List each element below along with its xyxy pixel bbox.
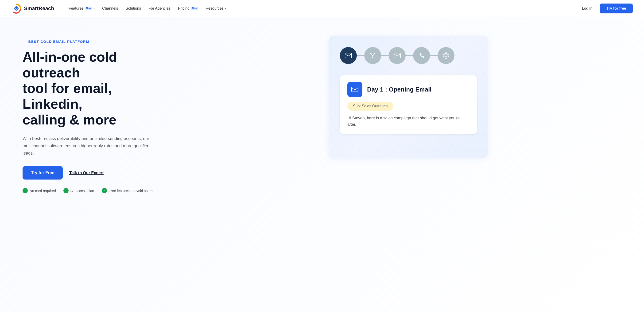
nav-solutions[interactable]: Solutions [122,5,144,13]
channel-hub [364,47,381,64]
nav-pricing[interactable]: Pricing New [175,5,201,13]
trust-item-0: ✓ No card required [22,188,56,193]
hero-description: With best-in-class deliverability and un… [22,135,159,157]
features-badge: New [85,7,92,10]
subtitle-dash-right: — [91,40,95,44]
hero-try-free-button[interactable]: Try for Free [22,166,63,180]
subtitle-text: BEST COLD EMAIL PLATFORM [28,40,90,44]
channel-phone [413,47,430,64]
trust-item-1: ✓ All-access plan [64,188,94,193]
connector-4 [430,55,438,56]
hub-icon [369,52,376,59]
channel-email-inactive [389,47,406,64]
demo-card: Day 1 : Opening Email Sub: Sales Outreac… [328,36,488,158]
connector-1 [357,55,364,56]
channel-email-active [340,47,357,64]
channel-icons [340,47,477,64]
email-body: Hi Steven, here is a sales campaign that… [347,115,470,127]
hero-section: — BEST COLD EMAIL PLATFORM — All-in-one … [0,17,644,312]
svg-point-13 [446,54,446,55]
email-day-title: Day 1 : Opening Email [367,86,432,93]
nav-links: Features New ▾ Channels Solutions For Ag… [65,5,578,13]
connector-2 [381,55,389,56]
email-card-header: Day 1 : Opening Email [347,82,470,97]
features-chevron-icon: ▾ [94,7,95,10]
trust-label-0: No card required [30,189,56,193]
resources-chevron-icon: ▾ [225,7,226,10]
svg-point-2 [14,6,18,11]
hero-title-line2: tool for email, Linkedin, [22,80,112,111]
connector-3 [406,55,413,56]
subtitle-dash-left: — [22,40,26,44]
hero-trust: ✓ No card required ✓ All-access plan ✓ F… [22,188,173,193]
email-active-icon [344,52,352,59]
logo-icon [11,3,22,14]
pricing-badge: New [191,7,198,10]
trust-label-1: All-access plan [70,189,94,193]
logo-text: SmartReach [24,6,54,12]
trust-item-2: ✓ Free features to avoid spam [102,188,153,193]
svg-rect-3 [345,53,352,58]
nav-agencies[interactable]: For Agencies [146,5,174,13]
trust-label-2: Free features to avoid spam [109,189,153,193]
logo[interactable]: SmartReach [11,3,54,14]
email-preview-icon [351,86,359,93]
nav-features[interactable]: Features New ▾ [65,5,98,13]
whatsapp-icon [442,52,450,59]
trust-check-icon-1: ✓ [64,188,68,193]
nav-resources[interactable]: Resources ▾ [202,5,229,13]
trust-check-icon-0: ✓ [22,188,28,193]
hero-left: — BEST COLD EMAIL PLATFORM — All-in-one … [22,32,173,193]
svg-line-9 [373,54,374,56]
email-icon-box [347,82,362,97]
nav-actions: Log In Try for free [578,4,633,14]
hero-subtitle: — BEST COLD EMAIL PLATFORM — [22,40,173,44]
svg-rect-14 [352,87,358,92]
svg-rect-11 [394,53,400,58]
nav-channels[interactable]: Channels [99,5,122,13]
try-free-button[interactable]: Try for free [600,4,633,14]
email-inactive-icon [394,52,401,59]
login-button[interactable]: Log In [578,5,596,13]
hero-title-line1: All-in-one cold outreach [22,49,117,80]
email-preview-card: Day 1 : Opening Email Sub: Sales Outreac… [340,75,477,134]
email-subject: Sub: Sales Outreach [347,102,394,111]
svg-line-8 [371,54,373,56]
phone-icon [418,52,425,59]
navbar: SmartReach Features New ▾ Channels Solut… [0,0,644,17]
hero-title-line3: calling & more [22,112,116,127]
trust-check-icon-2: ✓ [102,188,107,193]
hero-buttons: Try for Free Talk to Our Expert [22,166,173,180]
hero-talk-expert-button[interactable]: Talk to Our Expert [69,171,104,175]
hero-title: All-in-one cold outreach tool for email,… [22,49,173,127]
channel-whatsapp [438,47,454,64]
hero-right: Day 1 : Opening Email Sub: Sales Outreac… [184,32,633,158]
